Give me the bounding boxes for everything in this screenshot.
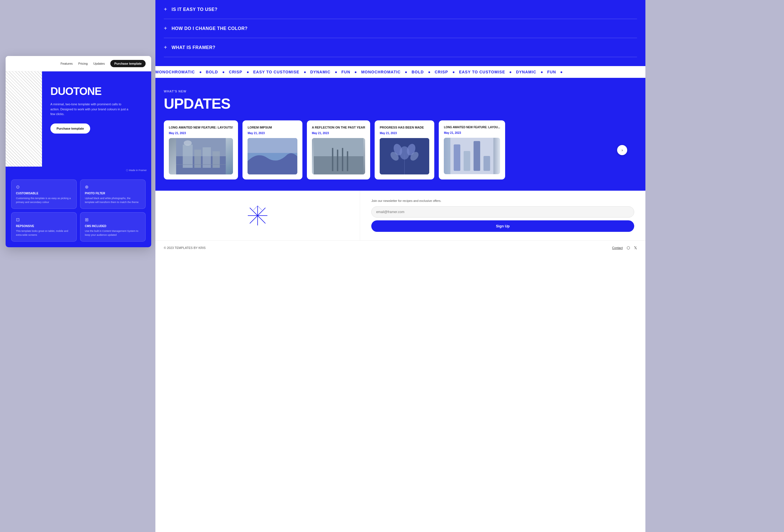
newsletter-label: Join our newsletter for recipes and excl… [371,199,634,202]
made-in-framer: ⬡ Made in Framer [6,167,151,174]
feature-card-responsive: ⊡ REPSONSIVE This template looks great o… [11,212,77,242]
marquee-text-6: MONOCHROMATIC [361,70,401,74]
nav-purchase-btn[interactable]: Purchase template [110,60,146,67]
marquee-text-10: FUN [547,70,556,74]
flowers-image [380,138,429,174]
marquee-text-5: FUN [341,70,350,74]
marquee-dot-4 [304,72,306,73]
nav-updates[interactable]: Updates [93,62,105,65]
nav-features[interactable]: Features [60,62,73,65]
faq-item-3[interactable]: + WHAT IS FRAMER? [164,38,637,57]
marquee-section: MONOCHROMATIC BOLD CRISP EASY TO CUSTOMI… [156,65,645,78]
updates-container: LONG AWAITED NEW FEATURE: LAYOUTS! May 2… [164,120,637,179]
update-image-1 [169,138,233,174]
footer-copyright: © 2023 TEMPLATES BY KRIS [164,246,205,250]
marquee-dot-3 [247,72,249,73]
feature-title-responsive: REPSONSIVE [16,225,72,228]
bars-image [444,138,500,174]
marquee-text-3: EASY TO CUSTOMISE [253,70,299,74]
features-grid: ⊙ CUSTOMISABLE Customising this template… [6,174,151,247]
newsletter-email-input[interactable] [371,206,634,218]
marquee-text-7: BOLD [412,70,424,74]
responsive-icon: ⊡ [16,217,72,222]
marquee-inner: MONOCHROMATIC BOLD CRISP EASY TO CUSTOMI… [156,69,566,75]
feature-card-customisable: ⊙ CUSTOMISABLE Customising this template… [11,179,77,209]
svg-rect-4 [203,147,211,168]
faq-question-3: WHAT IS FRAMER? [172,45,216,50]
updates-section: WHAT'S NEW UPDATES LONG AWAITED NEW FEAT… [156,78,645,191]
update-image-3 [312,138,365,174]
hero-content: DUOTONE A minimal, two-tone template wit… [42,72,151,167]
template-nav: Features Pricing Updates Purchase templa… [6,56,151,72]
svg-line-33 [253,206,258,210]
feature-desc-customisable: Customising this template is as easy as … [16,197,72,204]
marquee-dot-2 [223,72,224,73]
marquee-text-4: DYNAMIC [310,70,330,74]
template-hero: DUOTONE A minimal, two-tone template wit… [6,72,151,167]
update-date-1: May 21, 2023 [169,132,233,135]
star-icon [246,204,269,227]
marquee-text-1: MONOCHROMATIC [156,70,195,74]
faq-item-2[interactable]: + HOW DO I CHANGE THE COLOR? [164,19,637,38]
feature-title-cms: CMS INCLUDED [85,225,141,228]
hero-cta-button[interactable]: Purchase template [50,123,90,134]
marquee-dot-5 [335,72,337,73]
update-date-3: May 21, 2023 [312,132,365,135]
newsletter-signup-button[interactable]: Sign Up [371,220,634,232]
customisable-icon: ⊙ [16,184,72,190]
pier-image [312,138,365,174]
svg-rect-24 [454,144,460,171]
marquee-dot-1 [200,72,201,73]
faq-question-1: IS IT EASY TO USE? [172,7,218,12]
update-card-title-4: PROGRESS HAS BEEN MADE [380,125,429,129]
update-card-4[interactable]: PROGRESS HAS BEEN MADE May 21, 2023 [375,120,434,179]
update-date-2: May 21, 2023 [248,132,297,135]
svg-rect-13 [337,150,338,171]
svg-rect-9 [248,138,297,153]
updates-cards-list: LONG AWAITED NEW FEATURE: LAYOUTS! May 2… [164,120,637,179]
update-card-title-5: LONG AWAITED NEW FEATURE: LAYOU... [444,125,500,129]
update-card-2[interactable]: LOREM IMPSUM May 21, 2023 [243,120,302,179]
newsletter-section: Join our newsletter for recipes and excl… [156,191,645,240]
svg-rect-27 [483,156,490,171]
marquee-dot-12 [561,72,562,73]
hero-description: A minimal, two-tone template with promin… [50,102,129,117]
svg-rect-5 [213,151,220,168]
footer-contact-link[interactable]: Contact [612,246,623,250]
marquee-text-crisp-2: CRISP [435,70,448,74]
update-card-1[interactable]: LONG AWAITED NEW FEATURE: LAYOUTS! May 2… [164,120,238,179]
update-card-3[interactable]: A REFLECTION ON THE PAST YEAR May 21, 20… [307,120,370,179]
faq-section: + IS IT EASY TO USE? + HOW DO I CHANGE T… [156,0,645,65]
london-image [169,138,233,174]
update-card-title-2: LOREM IMPSUM [248,125,297,129]
hero-pattern-image [6,72,42,167]
svg-rect-3 [194,150,201,168]
faq-plus-icon-2: + [164,25,167,32]
marquee-dot-8 [428,72,430,73]
cms-icon: ⊞ [85,217,141,222]
marquee-text-crisp-1: CRISP [229,70,243,74]
nav-pricing[interactable]: Pricing [78,62,88,65]
faq-plus-icon-1: + [164,6,167,12]
right-panel: + IS IT EASY TO USE? + HOW DO I CHANGE T… [156,0,645,532]
feature-card-photo: ⊕ PHOTO FILTER Upload black and white ph… [80,179,146,209]
updates-label: WHAT'S NEW [164,90,637,93]
footer-instagram-icon[interactable]: ⬡ [627,246,630,250]
svg-rect-12 [332,148,333,171]
hero-title: DUOTONE [50,85,143,97]
faq-question-2: HOW DO I CHANGE THE COLOR? [172,26,248,31]
svg-rect-25 [464,151,470,171]
carousel-next-button[interactable]: › [617,145,627,155]
update-image-2 [248,138,297,174]
marquee-dot-7 [405,72,407,73]
marquee-text-8: EASY TO CUSTOMISE [459,70,505,74]
photo-icon: ⊕ [85,184,141,190]
faq-item-1[interactable]: + IS IT EASY TO USE? [164,0,637,19]
footer-links: Contact ⬡ 𝕏 [612,246,637,250]
footer-twitter-icon[interactable]: 𝕏 [634,246,637,250]
marquee-text-2: BOLD [206,70,218,74]
newsletter-left [156,191,360,240]
update-card-5[interactable]: LONG AWAITED NEW FEATURE: LAYOU... May 2… [439,120,505,179]
marquee-dot-6 [355,72,357,73]
marquee-dot-10 [510,72,511,73]
